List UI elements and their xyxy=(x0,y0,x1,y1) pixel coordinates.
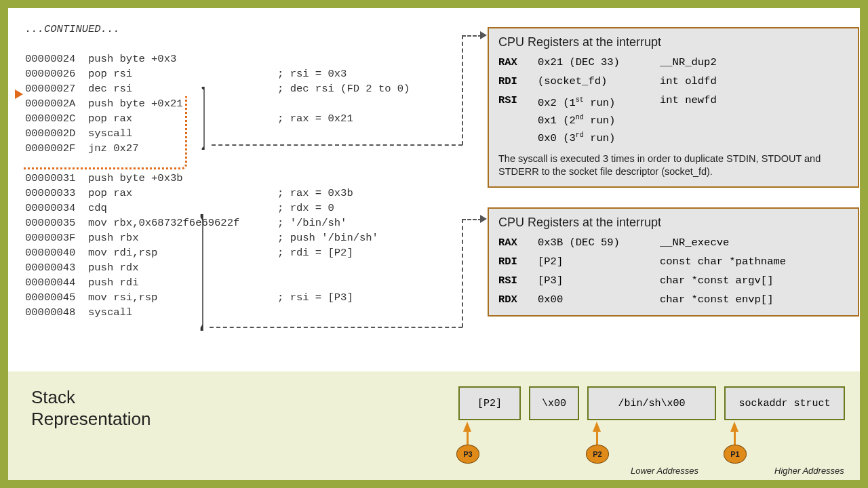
p2-arrow xyxy=(593,422,601,432)
brace-syscall-2: ] xyxy=(200,187,204,351)
p1-line xyxy=(734,431,736,446)
rsi-value-2: 0x1 (2nd run) xyxy=(538,110,660,128)
rdi2-value: [P2] xyxy=(538,254,660,269)
arrowhead-2 xyxy=(480,215,487,223)
p3-line xyxy=(467,431,469,446)
rax2-desc: __NR_execve xyxy=(660,235,729,250)
rdx2-value: 0x00 xyxy=(538,292,660,307)
rax-label: RAX xyxy=(498,55,538,70)
rsi2-label: RSI xyxy=(498,273,538,288)
rsi2-value: [P3] xyxy=(538,273,660,288)
pointer-p2: P2 xyxy=(586,445,609,464)
rdi-label: RDI xyxy=(498,74,538,89)
brace-syscall-1: ] xyxy=(201,73,205,161)
stack-cell-null: \x00 xyxy=(529,386,579,420)
panel1-title: CPU Registers at the interrupt xyxy=(498,35,848,49)
rdx2-desc: char *const envp[] xyxy=(660,292,773,307)
rsi-value-3: 0x0 (3rd run) xyxy=(538,128,660,146)
lower-addresses-label: Lower Addresses xyxy=(631,466,698,476)
rsi2-desc: char *const argv[] xyxy=(660,273,773,288)
arrowhead-1 xyxy=(480,31,487,39)
rdi2-label: RDI xyxy=(498,254,538,269)
rdi-desc: int oldfd xyxy=(660,74,717,89)
stack-cell-p2: [P2] xyxy=(458,386,521,420)
register-panel-execve: CPU Registers at the interrupt RAX0x3B (… xyxy=(488,207,859,317)
rdi-value: (socket_fd) xyxy=(538,74,660,89)
p1-arrow xyxy=(730,422,738,432)
pointer-p3: P3 xyxy=(456,445,479,464)
connector-1-v xyxy=(462,35,463,145)
current-instruction-marker xyxy=(15,89,23,99)
connector-2-end xyxy=(462,219,482,220)
p3-arrow xyxy=(463,422,471,432)
connector-2-h xyxy=(210,327,462,328)
rdx2-label: RDX xyxy=(498,292,538,307)
continued-label: ...CONTINUED... xyxy=(25,23,120,35)
register-panel-dup2: CPU Registers at the interrupt RAX0x21 (… xyxy=(488,27,859,188)
stack-cell-binsh: /bin/sh\x00 xyxy=(587,386,716,420)
rax-desc: __NR_dup2 xyxy=(660,55,717,70)
stack-representation-bar: Stack Representation [P2] \x00 /bin/sh\x… xyxy=(8,371,860,480)
panel1-note: The syscall is executed 3 times in order… xyxy=(498,152,848,178)
stack-cell-sockaddr: sockaddr struct xyxy=(724,386,845,420)
pointer-p1: P1 xyxy=(724,445,747,464)
rax2-value: 0x3B (DEC 59) xyxy=(538,235,660,250)
higher-addresses-label: Higher Addresses xyxy=(774,466,844,476)
rsi-value-1: 0x2 (1st run) xyxy=(538,93,660,110)
panel2-title: CPU Registers at the interrupt xyxy=(498,216,848,230)
canvas: ...CONTINUED... 00000024 push byte +0x3 … xyxy=(8,8,860,480)
stack-label: Stack Representation xyxy=(31,386,151,430)
connector-2-v xyxy=(462,219,463,327)
loop-indicator-box xyxy=(23,96,187,169)
rax2-label: RAX xyxy=(498,235,538,250)
rax-value: 0x21 (DEC 33) xyxy=(538,55,660,70)
rsi-desc: int newfd xyxy=(660,93,717,110)
connector-1-h xyxy=(212,144,462,146)
rdi2-desc: const char *pathname xyxy=(660,254,786,269)
p2-line xyxy=(596,431,598,446)
disassembly: ...CONTINUED... 00000024 push byte +0x3 … xyxy=(25,22,410,320)
stack-cells: [P2] \x00 /bin/sh\x00 sockaddr struct xyxy=(458,386,845,420)
connector-1-end xyxy=(462,35,482,37)
rsi-label: RSI xyxy=(498,93,538,110)
